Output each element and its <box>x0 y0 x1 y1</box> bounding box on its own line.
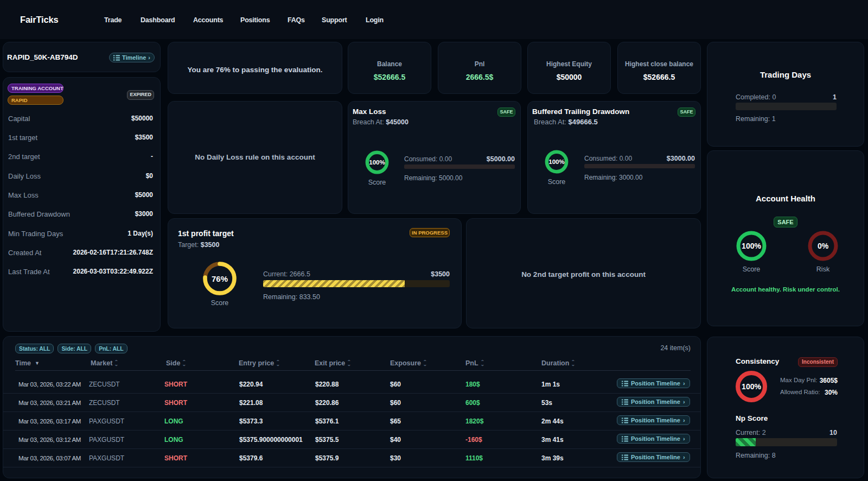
svg-text:0%: 0% <box>818 242 829 250</box>
svg-text:100%: 100% <box>548 159 564 165</box>
svg-text:100%: 100% <box>742 242 761 250</box>
svg-text:100%: 100% <box>369 159 385 166</box>
svg-text:76%: 76% <box>212 274 228 283</box>
svg-text:100%: 100% <box>742 382 761 391</box>
